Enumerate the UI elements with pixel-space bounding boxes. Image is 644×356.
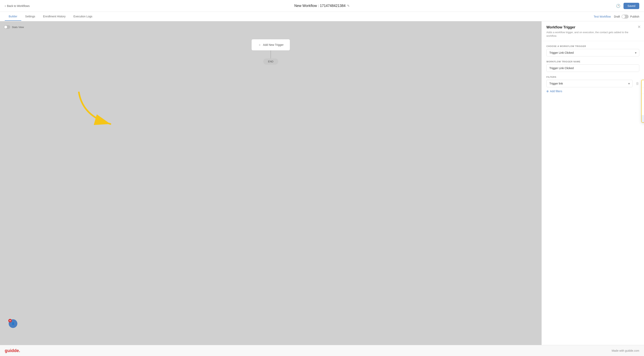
right-panel: Workflow Trigger Adds a workflow trigger… xyxy=(542,21,644,345)
tab-builder[interactable]: Builder xyxy=(5,13,21,21)
dropdown-search-input[interactable] xyxy=(642,87,644,94)
dropdown-item-main-booking-calendar[interactable]: Main Booking Calendar xyxy=(642,101,644,108)
avatar-container: 33 👤 xyxy=(4,333,12,342)
trigger-name-label: WORKFLOW TRIGGER NAME xyxy=(546,60,639,63)
canvas-area: Stats View ＋ Add New Trigger END 33 👤 xyxy=(0,21,542,345)
draft-publish-toggle: Draft Publish xyxy=(614,15,639,19)
back-to-workflows[interactable]: ‹ Back to Workflows xyxy=(5,4,30,8)
yellow-arrow-annotation xyxy=(67,85,130,132)
stats-view-label: Stats View xyxy=(12,26,24,29)
main-area: Stats View ＋ Add New Trigger END 33 👤 xyxy=(0,21,644,345)
dropdown-item-contract-viewed[interactable]: Contract Viewed xyxy=(642,94,644,101)
tab-settings[interactable]: Settings xyxy=(21,13,39,21)
delete-filter-icon[interactable]: 🗑 xyxy=(636,82,639,86)
workflow-title: New Workflow : 1714748421384 ✎ xyxy=(294,4,350,8)
filter-value-dropdown: Select ⇅ Contract Viewed Main Booking Ca… xyxy=(641,80,644,123)
title-text: New Workflow : 1714748421384 xyxy=(294,4,346,8)
trigger-dropdown-wrapper: Trigger Link Clicked xyxy=(546,49,639,57)
trigger-name-input[interactable] xyxy=(546,64,639,72)
panel-body: CHOOSE A WORKFLOW TRIGGER Trigger Link C… xyxy=(542,41,644,97)
add-trigger-label: Add New Trigger xyxy=(263,43,284,46)
guidde-logo-text: guidde. xyxy=(5,348,20,353)
draft-label: Draft xyxy=(614,15,620,18)
tab-enrollment-history[interactable]: Enrollment History xyxy=(39,13,70,21)
dropdown-item-unsubscribed[interactable]: Unsubscribed xyxy=(642,115,644,122)
guidde-logo: guidde. xyxy=(5,348,20,353)
trigger-section-label: CHOOSE A WORKFLOW TRIGGER xyxy=(546,45,639,47)
panel-title: Workflow Trigger xyxy=(546,25,639,30)
trigger-dropdown-value: Trigger Link Clicked xyxy=(549,51,574,54)
filters-label: FILTERS xyxy=(546,76,639,78)
history-icon[interactable]: 🕐 xyxy=(616,4,620,8)
saved-button[interactable]: Saved xyxy=(624,3,639,9)
notification-badge: 33 xyxy=(8,319,12,322)
add-filters-label: Add filters xyxy=(550,90,562,93)
trigger-dropdown[interactable]: Trigger Link Clicked xyxy=(546,49,639,57)
header-right: 🕐 Saved xyxy=(616,3,639,9)
add-filters-plus-icon: ⊕ xyxy=(546,90,549,93)
tab-execution-logs[interactable]: Execution Logs xyxy=(70,13,96,21)
publish-toggle[interactable] xyxy=(622,15,628,19)
add-filters-button[interactable]: ⊕ Add filters xyxy=(546,90,562,93)
stats-toggle-switch[interactable] xyxy=(4,25,10,29)
back-label: Back to Workflows xyxy=(7,4,30,8)
test-workflow-button[interactable]: Test Workflow xyxy=(594,15,611,18)
bottom-bar: guidde. Made with guidde.com xyxy=(0,345,644,356)
publish-label: Publish xyxy=(630,15,639,18)
avatar[interactable]: 33 👤 xyxy=(9,319,17,328)
made-with-text: Made with guidde.com xyxy=(612,349,639,352)
connector-line xyxy=(270,51,271,58)
plus-icon: ＋ xyxy=(258,43,262,47)
filters-row: Trigger link Select ⇅ Contract Viewed Ma… xyxy=(546,80,639,87)
filter-select[interactable]: Trigger link xyxy=(546,80,632,87)
dropdown-item-test-trigger-link[interactable]: Test Trigger Link xyxy=(642,108,644,115)
tab-bar: Builder Settings Enrollment History Exec… xyxy=(0,12,644,21)
tab-right-actions: Test Workflow Draft Publish xyxy=(594,15,639,19)
tabs: Builder Settings Enrollment History Exec… xyxy=(5,13,96,21)
stats-toggle[interactable]: Stats View xyxy=(4,25,24,29)
add-trigger-button[interactable]: ＋ Add New Trigger xyxy=(252,39,290,51)
panel-subtitle: Adds a workflow trigger, and on executio… xyxy=(546,31,639,38)
panel-close-button[interactable]: ✕ xyxy=(638,25,641,29)
end-node: END xyxy=(263,58,278,65)
edit-icon[interactable]: ✎ xyxy=(347,4,350,8)
back-arrow-icon: ‹ xyxy=(5,4,6,8)
panel-header: Workflow Trigger Adds a workflow trigger… xyxy=(542,21,644,41)
avatar-icon: 👤 xyxy=(12,322,14,325)
filter-select-wrapper: Trigger link xyxy=(546,80,632,87)
dropdown-header: Select ⇅ xyxy=(642,80,644,87)
top-header: ‹ Back to Workflows New Workflow : 17147… xyxy=(0,0,644,12)
